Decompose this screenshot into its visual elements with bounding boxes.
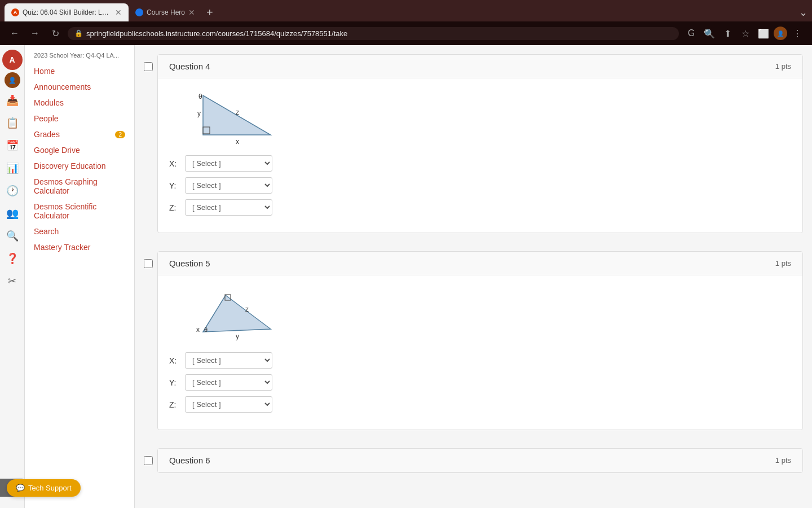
search-icon[interactable]: 🔍: [701, 25, 717, 41]
question-6-number: Question 6: [169, 456, 210, 465]
menu-icon[interactable]: ⋮: [789, 25, 805, 41]
question-6-card: Question 6 1 pts: [157, 448, 803, 473]
canvas-favicon: A: [11, 8, 19, 16]
new-tab-button[interactable]: +: [202, 6, 218, 19]
share-icon[interactable]: ⬆: [720, 25, 735, 41]
tab-coursehero[interactable]: Course Hero ✕: [129, 3, 202, 21]
coursehero-favicon: [135, 8, 143, 16]
question-4-number: Question 4: [169, 62, 210, 71]
question-4-y-row: Y: [ Select ] opposite adjacent hypotenu…: [169, 177, 791, 194]
question-4-header: Question 4 1 pts: [158, 55, 802, 78]
question-5-checkbox[interactable]: [144, 259, 153, 268]
question-4-z-row: Z: [ Select ] opposite adjacent hypotenu…: [169, 199, 791, 216]
question-5-row: Question 5 1 pts x θ: [144, 251, 803, 439]
question-5-z-label: Z:: [169, 400, 179, 409]
question-6-header: Question 6 1 pts: [158, 449, 802, 472]
sidebar-item-googledrive[interactable]: Google Drive: [25, 142, 134, 158]
sidebar-desmosscientific-label: Desmos Scientific Calculator: [34, 202, 125, 220]
svg-text:θ: θ: [204, 326, 208, 333]
sidebar-modules-label: Modules: [34, 98, 64, 107]
svg-marker-6: [203, 295, 271, 332]
lock-icon: 🔒: [74, 29, 83, 37]
svg-text:z: z: [245, 305, 249, 313]
question-5-body: x θ z y X: [ Select ] opposite adjacent …: [158, 275, 802, 430]
tech-support-label: Tech Support: [28, 484, 72, 492]
svg-text:θ: θ: [198, 93, 202, 100]
icon-rail: A 👤 📥 📋 📅 📊 🕐 👥 🔍 ❓ ✂: [0, 45, 25, 508]
question-4-z-label: Z:: [169, 203, 179, 212]
url-bar[interactable]: 🔒 springfieldpublicschools.instructure.c…: [68, 27, 679, 40]
rail-help-icon[interactable]: ❓: [2, 248, 23, 269]
question-5-pts: 1 pts: [775, 259, 791, 268]
rail-inbox-icon[interactable]: 📥: [2, 90, 23, 111]
rail-calendar-icon[interactable]: 📅: [2, 135, 23, 156]
question-4-pts: 1 pts: [775, 62, 791, 71]
sidebar-search-label: Search: [34, 227, 59, 236]
sidebar-announcements-label: Announcements: [34, 82, 91, 91]
svg-text:z: z: [236, 108, 239, 116]
question-5-x-select[interactable]: [ Select ] opposite adjacent hypotenuse: [185, 352, 272, 369]
user-avatar[interactable]: 👤: [5, 72, 20, 88]
sidebar-item-announcements[interactable]: Announcements: [25, 79, 134, 95]
rail-groups-icon[interactable]: 👥: [2, 203, 23, 224]
rail-history-icon[interactable]: 🕐: [2, 181, 23, 201]
sidebar-discoveryeducation-label: Discovery Education: [34, 161, 106, 170]
school-year-label: 2023 School Year: Q4-Q4 LA...: [25, 50, 134, 63]
grades-badge: 2: [115, 131, 125, 138]
sidebar-mastery-label: Mastery Tracker: [34, 243, 90, 252]
canvas-logo[interactable]: A: [2, 50, 23, 70]
tech-support-button[interactable]: 💬 Tech Support: [7, 479, 81, 497]
question-4-z-select[interactable]: [ Select ] opposite adjacent hypotenuse: [185, 199, 272, 216]
question-5-header: Question 5 1 pts: [158, 252, 802, 275]
tab-quiz-label: Quiz: 06.04 Skill Builder: Lab...: [23, 8, 112, 16]
sidebar-item-search[interactable]: Search: [25, 224, 134, 239]
question-5-y-label: Y:: [169, 378, 179, 387]
refresh-button[interactable]: ↻: [47, 25, 63, 41]
question-5-number: Question 5: [169, 259, 210, 268]
rail-bookmark-icon[interactable]: 📋: [2, 113, 23, 133]
question-5-card: Question 5 1 pts x θ: [157, 251, 803, 430]
sidebar-item-mastery[interactable]: Mastery Tracker: [25, 239, 134, 255]
sidebar-item-home[interactable]: Home: [25, 63, 134, 79]
tab-quiz[interactable]: A Quiz: 06.04 Skill Builder: Lab... ✕: [5, 3, 129, 21]
svg-text:x: x: [236, 138, 239, 146]
sidebar-item-desmosscientific[interactable]: Desmos Scientific Calculator: [25, 199, 134, 224]
question-4-card: Question 4 1 pts y θ: [157, 54, 803, 233]
sidebar-home-label: Home: [34, 67, 55, 76]
question-6-pts: 1 pts: [775, 456, 791, 465]
sidebar-item-grades[interactable]: Grades 2: [25, 126, 134, 142]
question-5-diagram: x θ z y: [169, 287, 791, 343]
tab-coursehero-close[interactable]: ✕: [188, 8, 195, 17]
question-5-z-select[interactable]: [ Select ] opposite adjacent hypotenuse: [185, 396, 272, 413]
question-4-triangle-svg: y θ z x: [169, 90, 288, 146]
window-icon[interactable]: ⬜: [756, 25, 771, 41]
sidebar-item-discoveryeducation[interactable]: Discovery Education: [25, 158, 134, 174]
bookmark-icon[interactable]: ☆: [738, 25, 753, 41]
rail-tools-icon[interactable]: ✂: [2, 271, 23, 291]
google-icon[interactable]: G: [683, 25, 699, 41]
back-button[interactable]: ←: [7, 25, 23, 41]
sidebar-item-people[interactable]: People: [25, 111, 134, 126]
question-4-x-select[interactable]: [ Select ] opposite adjacent hypotenuse: [185, 155, 272, 172]
sidebar-googledrive-label: Google Drive: [34, 146, 80, 155]
question-4-checkbox[interactable]: [144, 62, 153, 71]
rail-reports-icon[interactable]: 📊: [2, 158, 23, 178]
question-4-body: y θ z x X: [ Select ] opposite adjacent …: [158, 78, 802, 233]
question-5-x-row: X: [ Select ] opposite adjacent hypotenu…: [169, 352, 791, 369]
sidebar-item-desmosgraphing[interactable]: Desmos Graphing Calculator: [25, 174, 134, 199]
tab-overflow-button[interactable]: ⌄: [799, 6, 807, 19]
question-4-diagram: y θ z x: [169, 90, 791, 146]
question-4-x-row: X: [ Select ] opposite adjacent hypotenu…: [169, 155, 791, 172]
question-5-triangle-svg: x θ z y: [169, 287, 293, 343]
rail-search-icon[interactable]: 🔍: [2, 226, 23, 246]
svg-text:x: x: [196, 326, 200, 334]
question-6-checkbox[interactable]: [144, 456, 153, 465]
forward-button[interactable]: →: [27, 25, 43, 41]
question-4-row: Question 4 1 pts y θ: [144, 54, 803, 242]
sidebar-item-modules[interactable]: Modules: [25, 95, 134, 111]
user-avatar-chrome[interactable]: 👤: [774, 27, 787, 40]
sidebar-desmosgraphing-label: Desmos Graphing Calculator: [34, 177, 125, 195]
question-5-y-select[interactable]: [ Select ] opposite adjacent hypotenuse: [185, 374, 272, 391]
question-4-y-select[interactable]: [ Select ] opposite adjacent hypotenuse: [185, 177, 272, 194]
tab-quiz-close[interactable]: ✕: [115, 8, 122, 17]
